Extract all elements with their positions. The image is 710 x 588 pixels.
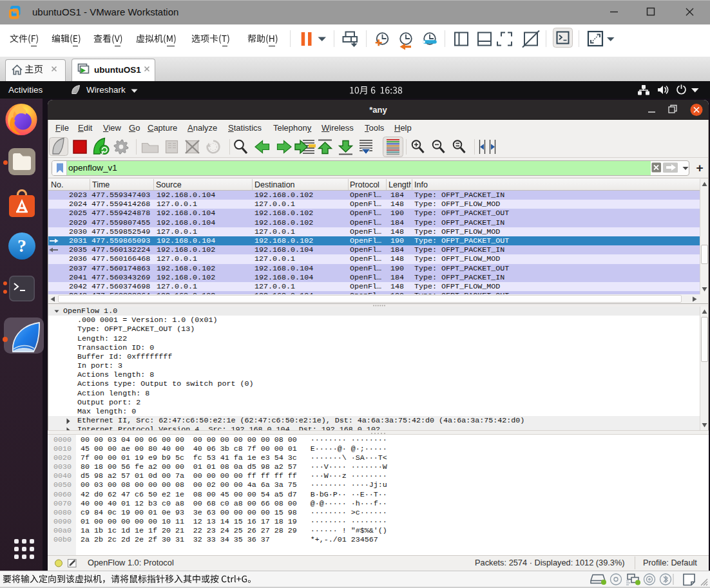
svg-text:Wireshark: Wireshark (86, 85, 126, 95)
svg-text:?: ? (17, 236, 26, 256)
